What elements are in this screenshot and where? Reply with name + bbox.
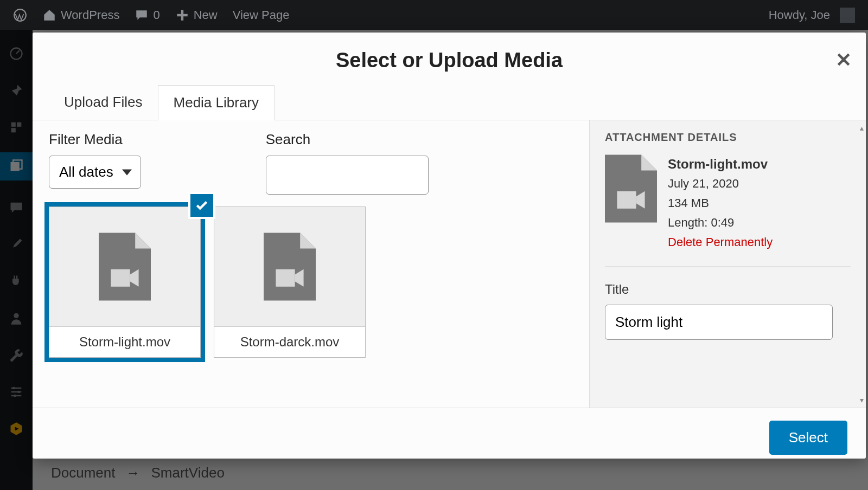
media-thumbnail [49, 207, 200, 326]
tab-media-library[interactable]: Media Library [158, 85, 275, 120]
modal-footer: Select [33, 408, 866, 467]
admin-bar: WordPress 0 New View Page Howdy, Joe [0, 0, 868, 30]
details-date: July 21, 2020 [668, 174, 773, 194]
check-icon [195, 198, 209, 212]
details-thumbnail [605, 154, 657, 223]
details-header: ATTACHMENT DETAILS [605, 131, 851, 144]
title-label: Title [605, 282, 851, 297]
video-file-icon [264, 233, 316, 301]
home-icon [42, 8, 56, 22]
view-page[interactable]: View Page [225, 0, 297, 30]
media-browser: Filter Media All dates Search [33, 120, 589, 408]
new-label: New [194, 8, 218, 22]
date-filter-value: All dates [59, 164, 113, 180]
date-filter-select[interactable]: All dates [49, 156, 141, 189]
close-icon: ✕ [835, 49, 852, 71]
search-label: Search [266, 131, 429, 148]
new-content[interactable]: New [168, 0, 225, 30]
svg-rect-15 [617, 191, 636, 209]
close-button[interactable]: ✕ [835, 49, 852, 72]
wp-logo[interactable] [5, 0, 35, 30]
comment-icon [135, 8, 149, 22]
site-home[interactable]: WordPress [35, 0, 127, 30]
media-filename: Storm-light.mov [49, 326, 200, 357]
delete-permanently-link[interactable]: Delete Permanently [668, 233, 773, 252]
video-file-icon [605, 154, 657, 223]
attachment-details: ▴ ATTACHMENT DETAILS Storm-light.mov Jul… [589, 120, 866, 408]
svg-rect-13 [111, 269, 130, 287]
media-filename: Storm-darck.mov [214, 326, 365, 357]
media-modal: ✕ Select or Upload Media Upload Files Me… [33, 33, 866, 459]
filter-media-label: Filter Media [49, 131, 141, 148]
comments-count: 0 [153, 8, 159, 22]
wordpress-icon [13, 8, 27, 22]
svg-rect-14 [276, 269, 295, 287]
site-title: WordPress [61, 8, 119, 22]
title-input[interactable] [605, 305, 833, 340]
divider [605, 266, 851, 267]
comments-link[interactable]: 0 [127, 0, 167, 30]
details-size: 134 MB [668, 194, 773, 213]
scroll-down-arrow[interactable]: ▾ [860, 396, 864, 404]
view-page-label: View Page [233, 8, 290, 22]
plus-icon [175, 8, 189, 22]
tab-upload-files[interactable]: Upload Files [49, 85, 158, 120]
modal-tabs: Upload Files Media Library [33, 85, 866, 120]
media-thumbnail [214, 207, 365, 326]
scroll-up-arrow[interactable]: ▴ [860, 124, 864, 132]
details-filename: Storm-light.mov [668, 154, 773, 174]
avatar [840, 8, 855, 23]
details-length: Length: 0:49 [668, 213, 773, 233]
user-greeting[interactable]: Howdy, Joe [761, 0, 863, 30]
search-input[interactable] [266, 156, 429, 195]
selected-indicator[interactable] [188, 192, 215, 219]
modal-title: Select or Upload Media [33, 33, 866, 85]
media-item[interactable]: Storm-darck.mov [214, 207, 366, 358]
media-item[interactable]: Storm-light.mov [49, 207, 201, 358]
video-file-icon [99, 233, 151, 301]
howdy-text: Howdy, Joe [769, 8, 830, 22]
select-button[interactable]: Select [769, 421, 847, 455]
media-grid: Storm-light.mov Storm-darck.mov [49, 207, 573, 358]
